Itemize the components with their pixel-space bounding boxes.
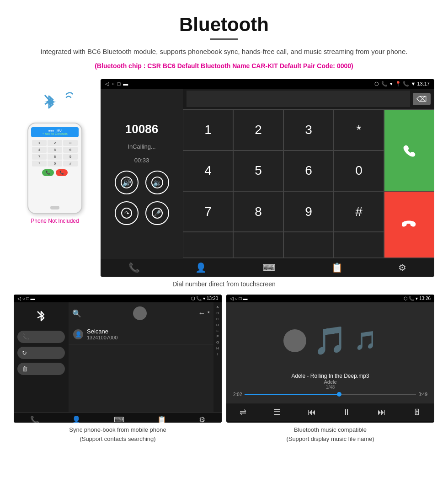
pb-nav-settings[interactable]: ⚙ <box>199 415 205 423</box>
mus-statusbar: ◁ ○ □ ▬ ⬡ 📞 ▾ 13:26 <box>226 295 434 302</box>
pb-nav-log[interactable]: 📋 <box>157 415 166 423</box>
mus-artist-name: Adele <box>291 379 369 385</box>
phone-screen: 123 456 789 *0# 📞 📞 <box>31 139 79 206</box>
dialkey-1[interactable]: 1 <box>183 109 233 150</box>
transfer-button[interactable]: ↷ <box>115 201 139 225</box>
pb-contact-name: Seicane <box>87 328 117 335</box>
car-extra-buttons: ↷ 🎤 <box>115 201 169 225</box>
main-content-area: ✦ ●●● MU + Add to Contacts 123 4 <box>0 79 448 277</box>
pb-alpha-d[interactable]: D <box>216 322 219 328</box>
pb-alpha-sidebar: A B C D E F G H I <box>213 302 222 412</box>
dialkey-8[interactable]: 8 <box>233 191 283 232</box>
phonebook-caption-line1: Sync phone-book from mobile phone <box>69 426 166 433</box>
pb-gray-circle <box>133 306 147 320</box>
mus-status-left: ◁ ○ □ ▬ <box>230 296 247 301</box>
title-divider <box>210 38 238 40</box>
dialkey-empty4 <box>334 232 384 258</box>
pb-nav-keypad[interactable]: ⌨ <box>114 415 124 423</box>
mus-prev-icon[interactable]: ⏮ <box>308 408 316 417</box>
pb-alpha-i[interactable]: I <box>217 352 218 358</box>
back-icon: ◁ <box>105 81 109 87</box>
pb-search-row: 🔍 ← * <box>69 302 213 324</box>
phone-call-button: 📞 <box>42 169 54 176</box>
music-caption: Bluetooth music compatible (Support disp… <box>226 423 434 446</box>
pb-bottom-nav: 📞 👤 ⌨ 📋 ⚙ <box>14 412 222 423</box>
music-block: ◁ ○ □ ▬ ⬡ 📞 ▾ 13:26 🎵 🎵 Adele - Rolling … <box>226 295 434 446</box>
pb-delete-button[interactable]: 🗑 <box>17 363 65 375</box>
pb-statusbar: ◁ ○ □ ▬ ⬡ 📞 ▾ 13:20 <box>14 295 222 302</box>
nav-contacts-icon[interactable]: 👤 <box>195 262 207 273</box>
pb-alpha-c[interactable]: C <box>216 317 219 322</box>
phonebook-caption-line2: (Support contacts searching) <box>80 435 155 442</box>
phonebook-screen: ◁ ○ □ ▬ ⬡ 📞 ▾ 13:20 📞 ↻ <box>14 295 222 423</box>
dialkey-hash[interactable]: # <box>334 191 384 232</box>
volume-up-button[interactable]: 🔊 <box>115 171 139 194</box>
phone-home-button <box>50 206 59 209</box>
volume-down-button[interactable]: 🔉 <box>145 171 169 194</box>
pb-back-arrow[interactable]: ← <box>198 309 206 317</box>
dialer-input[interactable] <box>187 91 410 107</box>
dialkey-3[interactable]: 3 <box>283 109 334 150</box>
mus-status-right: ⬡ 📞 ▾ 13:26 <box>404 296 431 301</box>
phone-dialpad: 123 456 789 *0# <box>31 139 79 167</box>
mus-shuffle-icon[interactable]: ⇌ <box>240 407 246 417</box>
location-icon: ⬡ <box>374 81 379 87</box>
mus-progress-dot <box>337 392 341 397</box>
pb-call-button[interactable]: 📞 <box>17 331 65 343</box>
pb-sync-button[interactable]: ↻ <box>17 347 65 359</box>
pb-main-area: 📞 ↻ 🗑 🔍 ← * <box>14 302 222 412</box>
car-screen-main: ◁ ○ □ ▬ ⬡ 📞 ▾ 📍 📞 ▼ 13:17 10086 InCallin… <box>101 79 434 277</box>
pb-alpha-f[interactable]: F <box>217 334 219 340</box>
dialkey-empty2 <box>233 232 283 258</box>
pb-alpha-b[interactable]: B <box>216 311 219 317</box>
nav-log-icon[interactable]: 📋 <box>331 262 343 273</box>
nav-call-icon[interactable]: 📞 <box>128 262 140 273</box>
dialkey-5[interactable]: 5 <box>233 150 283 191</box>
pb-status-left: ◁ ○ □ ▬ <box>17 296 35 301</box>
home-icon: ○ <box>112 81 115 87</box>
car-dialer-number: 10086 <box>125 122 158 136</box>
call-accept-button[interactable] <box>384 109 434 191</box>
backspace-button[interactable]: ⌫ <box>413 93 431 105</box>
pb-alpha-a[interactable]: A <box>216 305 219 311</box>
dialkey-6[interactable]: 6 <box>283 150 334 191</box>
call-end-button[interactable] <box>384 191 434 258</box>
dialkey-4[interactable]: 4 <box>183 150 233 191</box>
dialkey-9[interactable]: 9 <box>283 191 334 232</box>
wifi-waves-icon <box>55 88 73 110</box>
car-volume-buttons: 🔊 🔉 <box>115 171 169 194</box>
mus-bottom-controls: ⇌ ☰ ⏮ ⏸ ⏭ 🎚 <box>226 403 434 421</box>
pb-nav-call[interactable]: 📞 <box>30 415 39 423</box>
dialkey-0[interactable]: 0 <box>334 150 384 191</box>
pb-contact-entry[interactable]: 👤 Seicane 13241007000 <box>69 324 213 344</box>
time-display: 📍 📞 ▼ 13:17 <box>395 81 430 87</box>
pb-nav-contacts[interactable]: 👤 <box>72 415 81 423</box>
mus-progress-bar[interactable] <box>245 394 416 395</box>
pb-alpha-h[interactable]: H <box>216 346 219 352</box>
pb-alpha-e[interactable]: E <box>216 328 219 334</box>
mus-list-icon[interactable]: ☰ <box>273 407 281 417</box>
mus-play-pause-icon[interactable]: ⏸ <box>342 408 351 417</box>
svg-text:🔊: 🔊 <box>122 178 131 187</box>
dialkey-star[interactable]: * <box>334 109 384 150</box>
mic-button[interactable]: 🎤 <box>145 201 169 225</box>
car-status-right: ⬡ 📞 ▾ 📍 📞 ▼ 13:17 <box>374 81 430 87</box>
mus-eq-icon[interactable]: 🎚 <box>413 408 421 417</box>
pb-contact-info: Seicane 13241007000 <box>87 328 117 340</box>
music-caption-line1: Bluetooth music compatible <box>294 426 367 433</box>
pb-search-icon: 🔍 <box>72 309 81 318</box>
dialkey-7[interactable]: 7 <box>183 191 233 232</box>
pb-call-icon: 📞 <box>22 333 29 340</box>
svg-text:🔉: 🔉 <box>153 178 162 187</box>
pb-alpha-g[interactable]: G <box>216 340 219 346</box>
mus-next-icon[interactable]: ⏭ <box>378 408 386 417</box>
header-specs: (Bluetooth chip : CSR BC6 Default Blueto… <box>18 61 430 71</box>
bottom-screens-area: ◁ ○ □ ▬ ⬡ 📞 ▾ 13:20 📞 ↻ <box>0 295 448 455</box>
nav-keypad-icon[interactable]: ⌨ <box>262 262 276 273</box>
nav-settings-icon[interactable]: ⚙ <box>398 262 406 273</box>
car-call-timer: 00:33 <box>134 157 149 164</box>
car-status-left: ◁ ○ □ ▬ <box>105 81 128 87</box>
dialkey-2[interactable]: 2 <box>233 109 283 150</box>
phone-top-bar: ●●● MU + Add to Contacts <box>31 127 79 137</box>
main-caption: Dial number direct from touchscreen <box>0 277 448 295</box>
